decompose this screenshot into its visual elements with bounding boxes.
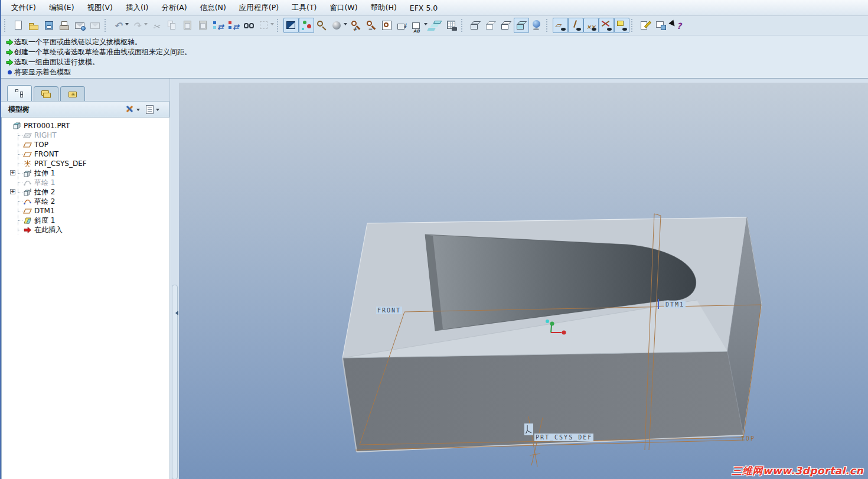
menu-efx[interactable]: EFX 5.0 [403,2,445,14]
menu-info[interactable]: 信息(N) [194,1,233,15]
menu-help[interactable]: 帮助(H) [364,1,403,15]
settings-tools-icon [125,105,134,114]
tree-settings-button[interactable] [125,105,140,114]
redo-button [130,18,149,33]
window-save-button[interactable] [653,18,668,33]
tree-item-part[interactable]: PRT0001.PRT [2,121,169,131]
layers-button[interactable] [429,18,444,33]
sketch-icon [23,178,32,187]
tree-item-extrude-2[interactable]: 拉伸 2 [2,187,169,197]
message-row: 选取一个平面或曲线链以定义拔模枢轴。 [5,37,868,47]
tree-item-insert-here[interactable]: 在此插入 [2,225,169,234]
print-button[interactable] [57,18,72,33]
chevron-down-icon [156,109,159,113]
message-text: 选取一个平面或曲线链以定义拔模枢轴。 [14,37,142,47]
paste-special-button [195,18,210,33]
model-tree-tab[interactable] [7,85,32,101]
graphics-viewport[interactable]: FRONT DTM1 PRT_CSYS_DEF TOP 三维网www.3dpor… [179,83,868,479]
reorient-button[interactable] [394,18,410,33]
menu-edit[interactable]: 编辑(E) [43,1,81,15]
undo-button[interactable] [111,18,130,33]
tree-item-right-plane[interactable]: RIGHT [2,131,169,140]
hidden-line-button[interactable] [483,18,498,33]
datum-csys-toggle[interactable] [599,18,614,33]
green-arrow-icon [5,58,14,66]
shaded-button[interactable] [514,18,529,33]
context-help-button[interactable] [668,18,684,33]
new-file-button[interactable] [11,18,26,33]
spin-center-toggle[interactable] [299,18,314,33]
datum-points-toggle[interactable] [583,18,599,33]
navigator-tabs: ✳ [1,79,169,101]
datum-planes-toggle[interactable] [553,18,568,33]
tree-item-front-plane[interactable]: FRONT [2,149,169,159]
menu-view[interactable]: 视图(V) [81,1,119,15]
folder-browser-tab[interactable] [34,86,58,101]
zoom-out-button[interactable] [364,18,379,33]
saved-views-button[interactable] [410,18,429,33]
zoom-in-button[interactable] [348,18,364,33]
csys-tag-icon[interactable] [524,423,533,435]
collapse-panel-button[interactable] [173,309,177,317]
copy-button [164,18,180,33]
expand-icon[interactable] [10,170,15,175]
menu-applications[interactable]: 应用程序(P) [233,1,285,15]
chevron-down-icon [136,109,140,113]
tree-item-label: FRONT [34,150,58,158]
regenerate-button[interactable] [210,18,226,33]
top-plane-label[interactable]: TOP [740,435,756,442]
menu-insert[interactable]: 插入(I) [119,1,155,15]
tree-item-draft-1[interactable]: 斜度 1 [2,216,169,225]
model-canvas [179,83,868,479]
favorites-tab[interactable]: ✳ [60,86,85,101]
tree-item-csys[interactable]: PRT_CSYS_DEF [2,159,169,168]
expand-icon[interactable] [10,189,15,194]
menu-file[interactable]: 文件(F) [5,1,43,15]
open-button[interactable] [26,18,41,33]
tree-show-button[interactable] [146,105,159,114]
proe-window: 文件(F) 编辑(E) 视图(V) 插入(I) 分析(A) 信息(N) 应用程序… [0,0,868,479]
toolbar-grip [461,19,466,32]
save-button[interactable] [41,18,57,33]
message-row: 选取一组曲面以进行拔模。 [5,57,868,67]
tree-item-sketch-2[interactable]: 草绘 2 [2,197,169,206]
menu-tools[interactable]: 工具(T) [285,1,323,15]
tree-item-label: DTM1 [34,207,55,215]
tree-item-label: 在此插入 [34,225,63,235]
datum-plane-icon [23,150,32,159]
datum-plane-icon [23,207,32,216]
annotations-toggle[interactable] [614,18,629,33]
repaint-button[interactable] [283,18,299,33]
part-icon [12,122,21,131]
tree-item-sketch-1[interactable]: 草绘 1 [2,178,169,187]
navigator-sash[interactable] [169,79,179,479]
datum-axes-toggle[interactable] [568,18,583,33]
front-plane-label[interactable]: FRONT [376,307,402,314]
tree-item-extrude-1[interactable]: 拉伸 1 [2,168,169,178]
orient-mode-button[interactable] [314,18,329,33]
no-hidden-button[interactable] [498,18,514,33]
find-button[interactable] [241,18,256,33]
regenerate-manager-button[interactable] [226,18,241,33]
dtm1-plane-label[interactable]: DTM1 [664,301,686,308]
view-manager-button[interactable] [444,18,459,33]
tree-item-dtm1[interactable]: DTM1 [2,206,169,216]
menu-window[interactable]: 窗口(W) [323,1,364,15]
appearance-gallery-button[interactable] [329,18,348,33]
select-rect-button [256,18,275,33]
insert-here-icon [23,226,32,234]
menu-analysis[interactable]: 分析(A) [155,1,193,15]
email-button[interactable] [72,18,87,33]
enhanced-realism-toggle[interactable] [529,18,544,33]
folders-icon [41,90,51,98]
edit-object-button[interactable] [638,18,653,33]
wireframe-button[interactable] [468,18,483,33]
csys-label[interactable]: PRT_CSYS_DEF [534,434,593,441]
message-area: 选取一个平面或曲线链以定义拔模枢轴。 创建一个草绘或者选取草绘基准曲线或面组来定… [1,35,868,79]
tree-item-top-plane[interactable]: TOP [2,140,169,149]
tree-item-label: 拉伸 2 [34,187,55,197]
tree-item-label: 草绘 2 [34,197,55,207]
refit-button[interactable] [379,18,394,33]
blue-dot-icon [5,70,14,74]
toolbar-grip [546,19,551,32]
